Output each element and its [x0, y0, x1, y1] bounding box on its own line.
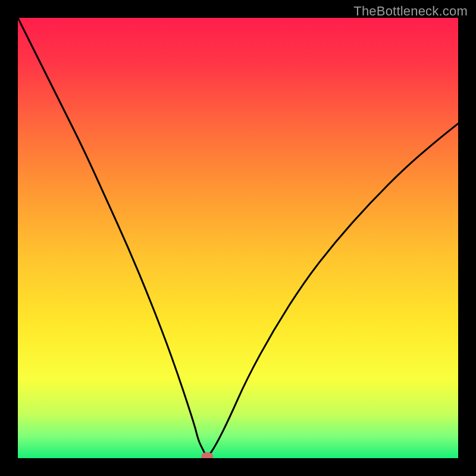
attribution-label: TheBottleneck.com [353, 4, 468, 19]
plot-area [18, 18, 458, 458]
chart-frame: TheBottleneck.com [0, 0, 476, 476]
chart-svg [18, 18, 458, 458]
gradient-background [18, 18, 458, 458]
